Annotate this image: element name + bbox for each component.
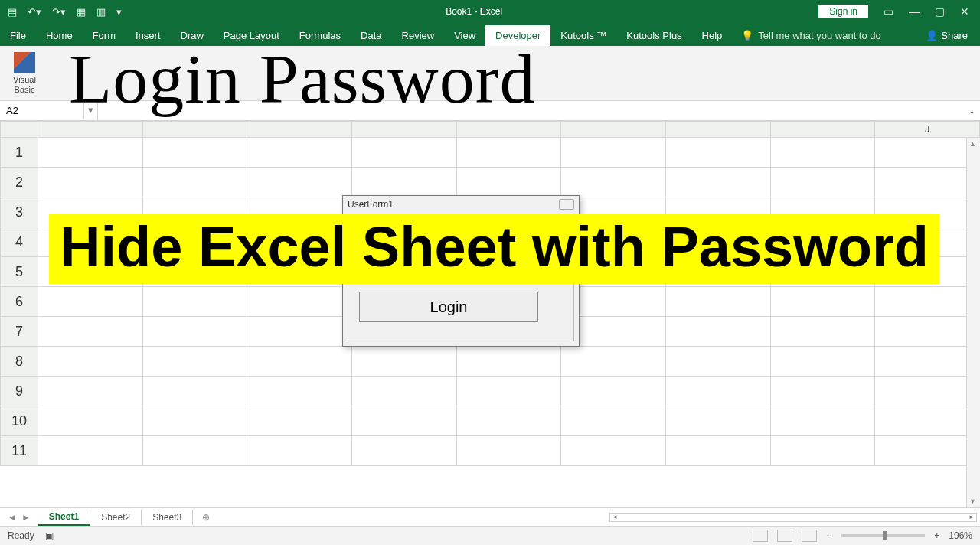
sheet-prev-icon[interactable]: ◄	[8, 512, 17, 523]
cell[interactable]	[666, 287, 771, 317]
tab-kutools[interactable]: Kutools ™	[550, 25, 616, 46]
cell[interactable]	[352, 436, 457, 466]
cell[interactable]	[457, 436, 562, 466]
cell[interactable]	[875, 406, 980, 436]
minimize-icon[interactable]: ―	[909, 5, 920, 18]
row-header[interactable]: 4	[0, 227, 38, 257]
worksheet-grid[interactable]: Hide Excel Sheet with Password J 1 2 3 4…	[0, 121, 980, 507]
cell[interactable]	[561, 406, 666, 436]
tab-kutoolsplus[interactable]: Kutools Plus	[616, 25, 691, 46]
signin-button[interactable]: Sign in	[818, 5, 868, 18]
cell[interactable]	[561, 168, 666, 197]
cell[interactable]	[352, 406, 457, 436]
cell[interactable]	[875, 287, 980, 317]
ribbon-display-icon[interactable]: ▭	[884, 5, 893, 18]
cell[interactable]	[143, 317, 248, 347]
cell[interactable]	[666, 138, 771, 168]
cell[interactable]	[561, 377, 666, 406]
cell[interactable]	[352, 138, 457, 168]
sheet-nav[interactable]: ◄►	[0, 512, 38, 523]
cell[interactable]	[561, 138, 666, 168]
cell[interactable]	[247, 138, 352, 168]
col-header[interactable]	[771, 121, 876, 138]
cell[interactable]	[247, 406, 352, 436]
cell[interactable]	[352, 347, 457, 377]
cell[interactable]	[561, 436, 666, 466]
row-header[interactable]: 8	[0, 347, 38, 377]
cell[interactable]	[875, 168, 980, 197]
cell[interactable]	[143, 347, 248, 377]
cell[interactable]	[666, 347, 771, 377]
cell[interactable]	[771, 377, 876, 406]
cell[interactable]	[38, 168, 143, 197]
col-header[interactable]	[561, 121, 666, 138]
col-header[interactable]: J	[875, 121, 980, 138]
row-header[interactable]: 3	[0, 197, 38, 227]
cell[interactable]	[561, 347, 666, 377]
sheet-next-icon[interactable]: ►	[21, 512, 31, 523]
cell[interactable]	[38, 138, 143, 168]
cell[interactable]	[143, 377, 248, 406]
horizontal-scrollbar[interactable]	[219, 513, 980, 522]
col-header[interactable]	[457, 121, 562, 138]
cell[interactable]	[666, 317, 771, 347]
new-sheet-button[interactable]: ⊕	[193, 510, 219, 525]
cell[interactable]	[666, 377, 771, 406]
cell[interactable]	[771, 287, 876, 317]
save-icon[interactable]: ▤	[8, 6, 17, 18]
zoom-in-icon[interactable]: +	[934, 530, 939, 541]
cell[interactable]	[143, 138, 248, 168]
sheet-tab-3[interactable]: Sheet3	[142, 510, 193, 525]
row-header[interactable]: 6	[0, 287, 38, 317]
col-header[interactable]	[38, 121, 143, 138]
select-all-corner[interactable]	[0, 121, 38, 138]
row-header[interactable]: 11	[0, 436, 38, 466]
cell[interactable]	[771, 317, 876, 347]
share-button[interactable]: 👤 Share	[913, 25, 980, 46]
cell[interactable]	[771, 406, 876, 436]
view-pagebreak-icon[interactable]	[802, 530, 817, 542]
maximize-icon[interactable]: ▢	[935, 5, 945, 18]
cell[interactable]	[875, 317, 980, 347]
sheet-tab-1[interactable]: Sheet1	[38, 509, 90, 526]
cell[interactable]	[143, 287, 248, 317]
qat-icon[interactable]: ▦	[77, 6, 86, 18]
row-header[interactable]: 5	[0, 257, 38, 287]
col-header[interactable]	[352, 121, 457, 138]
login-button[interactable]: Login	[359, 292, 538, 322]
cell[interactable]	[38, 317, 143, 347]
zoom-slider[interactable]	[841, 534, 925, 537]
userform-close-icon[interactable]	[559, 199, 574, 210]
cell[interactable]	[38, 436, 143, 466]
cell[interactable]	[875, 347, 980, 377]
cell[interactable]	[352, 377, 457, 406]
cell[interactable]	[771, 138, 876, 168]
qat-more-icon[interactable]: ▾	[116, 6, 122, 18]
view-pagelayout-icon[interactable]	[777, 530, 792, 542]
sheet-tab-2[interactable]: Sheet2	[90, 510, 142, 525]
cell[interactable]	[771, 347, 876, 377]
cell[interactable]	[771, 436, 876, 466]
row-header[interactable]: 1	[0, 138, 38, 168]
cell[interactable]	[143, 406, 248, 436]
row-header[interactable]: 2	[0, 168, 38, 197]
formula-expand-icon[interactable]: ⌄	[963, 105, 980, 116]
row-header[interactable]: 7	[0, 317, 38, 347]
zoom-level[interactable]: 196%	[949, 530, 972, 541]
undo-icon[interactable]: ↶▾	[28, 6, 41, 18]
tab-file[interactable]: File	[0, 25, 36, 46]
visual-basic-button[interactable]: Visual Basic	[8, 52, 41, 93]
cell[interactable]	[247, 317, 352, 347]
cell[interactable]	[666, 436, 771, 466]
col-header[interactable]	[666, 121, 771, 138]
cell[interactable]	[666, 168, 771, 197]
cell[interactable]	[38, 377, 143, 406]
row-header[interactable]: 9	[0, 377, 38, 406]
cell[interactable]	[457, 347, 562, 377]
row-header[interactable]: 10	[0, 406, 38, 436]
cell[interactable]	[38, 347, 143, 377]
cell[interactable]	[875, 436, 980, 466]
tellme-search[interactable]: 💡 Tell me what you want to do	[732, 25, 890, 46]
cell[interactable]	[247, 287, 352, 317]
close-icon[interactable]: ✕	[960, 5, 969, 18]
